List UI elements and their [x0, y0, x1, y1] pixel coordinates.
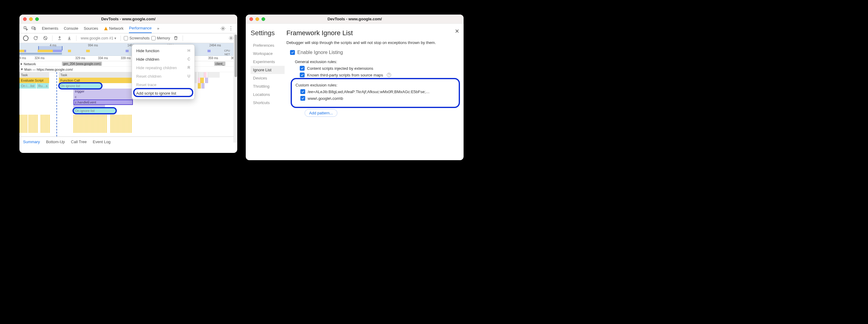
- custom-rules-card: Custom exclusion rules: /ee=ALeJib:B8gLw…: [292, 80, 458, 106]
- svg-rect-1: [32, 27, 34, 29]
- sidebar-item-devices[interactable]: Devices: [251, 74, 285, 82]
- tick-label: 2494 ms: [209, 44, 221, 47]
- tab-event-log[interactable]: Event Log: [93, 139, 111, 144]
- rule-content-scripts[interactable]: Content scripts injected by extensions: [300, 66, 458, 71]
- reload-icon[interactable]: [32, 34, 39, 42]
- network-track[interactable]: Network: [20, 61, 237, 67]
- custom-rule-1[interactable]: /ee=ALeJib:B8gLwd;AfeaP:TkrAjf;Afksuc:wM…: [300, 89, 453, 94]
- rule-third-party[interactable]: Known third-party scripts from source ma…: [300, 72, 458, 77]
- gc-icon[interactable]: [172, 34, 180, 42]
- tab-network-label: Network: [109, 26, 124, 31]
- menu-shortcut: R: [187, 66, 190, 70]
- screenshots-checkbox[interactable]: Screenshots: [124, 36, 150, 40]
- menu-shortcut: C: [187, 57, 190, 61]
- menu-label: Hide repeating children: [136, 66, 177, 70]
- chevron-down-icon: ▾: [114, 36, 116, 40]
- menu-label: Reset trace: [136, 83, 156, 87]
- settings-sidebar: Settings Preferences Workspace Experimen…: [246, 24, 285, 160]
- gear-icon[interactable]: [219, 25, 227, 32]
- titlebar[interactable]: DevTools - www.google.com/: [20, 14, 237, 24]
- main-track[interactable]: Main — https://www.google.com/: [20, 67, 237, 72]
- rule-label: Known third-party scripts from source ma…: [307, 73, 383, 77]
- enable-ignore-label: Enable Ignore Listing: [297, 50, 343, 55]
- menu-label: Hide children: [136, 57, 159, 62]
- more-tabs-icon[interactable]: »: [157, 24, 159, 33]
- inspect-icon[interactable]: [22, 25, 30, 32]
- tab-network[interactable]: Network: [104, 24, 124, 33]
- custom-rules-heading: Custom exclusion rules:: [296, 83, 453, 87]
- sidebar-item-workspace[interactable]: Workspace: [251, 50, 285, 58]
- record-button[interactable]: [22, 34, 30, 42]
- tab-bottom-up[interactable]: Bottom-Up: [46, 139, 65, 144]
- menu-shortcut: U: [187, 74, 190, 78]
- tab-summary[interactable]: Summary: [23, 139, 40, 144]
- kebab-icon[interactable]: ⋮: [227, 25, 235, 32]
- titlebar[interactable]: DevTools - www.google.com/: [246, 14, 464, 24]
- tab-performance[interactable]: Performance: [129, 24, 151, 33]
- tab-elements[interactable]: Elements: [42, 24, 58, 33]
- memory-label: Memory: [157, 36, 170, 40]
- flame-ignore[interactable]: On ignore list: [73, 108, 116, 114]
- menu-hide-function[interactable]: Hide function H: [132, 46, 194, 55]
- flame-handle-event[interactable]: z.handleEvent: [73, 99, 133, 105]
- sidebar-item-preferences[interactable]: Preferences: [251, 41, 285, 50]
- sidebar-item-ignore-list[interactable]: Ignore List: [251, 66, 285, 74]
- sidebar-item-shortcuts[interactable]: Shortcuts: [251, 99, 285, 107]
- menu-label: Hide function: [136, 48, 159, 53]
- page-description: Debugger will skip through the scripts a…: [286, 40, 458, 45]
- tick-label: 9 ms: [20, 57, 26, 60]
- tab-sources[interactable]: Sources: [84, 24, 98, 33]
- rule-label: www\.google\.com\b: [308, 96, 343, 101]
- profile-select[interactable]: www.google.com #1 ▾: [80, 36, 117, 40]
- close-icon[interactable]: ✕: [455, 28, 459, 35]
- menu-reset-trace: Reset trace: [132, 80, 194, 89]
- flame-evaluate-script[interactable]: Evaluate Script: [20, 78, 49, 83]
- help-icon[interactable]: ?: [387, 73, 391, 77]
- memory-checkbox[interactable]: Memory: [151, 36, 170, 40]
- enable-ignore-checkbox[interactable]: Enable Ignore Listing: [290, 50, 458, 55]
- timeline-overview[interactable]: 4 ms 994 ms 1494 ms 1994 ms 2494 ms CPU …: [20, 43, 237, 56]
- flame-chart[interactable]: Task Task Evaluate Script Function Call …: [20, 72, 237, 136]
- performance-toolbar: www.google.com #1 ▾ Screenshots Memory: [20, 33, 237, 43]
- svg-point-3: [222, 28, 224, 29]
- clear-icon[interactable]: [41, 34, 49, 42]
- rule-label: Content scripts injected by extensions: [307, 66, 373, 71]
- flame-task[interactable]: Task: [20, 72, 49, 78]
- flame-ignore[interactable]: On ignore list: [59, 83, 101, 89]
- tab-console[interactable]: Console: [64, 24, 78, 33]
- menu-add-ignore[interactable]: Add script to ignore list: [132, 89, 194, 97]
- menu-shortcut: H: [187, 48, 190, 53]
- settings-title: Settings: [251, 29, 285, 37]
- sidebar-item-experiments[interactable]: Experiments: [251, 58, 285, 66]
- flame-c[interactable]: c: [73, 94, 133, 99]
- tab-call-tree[interactable]: Call Tree: [71, 139, 87, 144]
- timeline-ruler[interactable]: 9 ms 324 ms 329 ms 334 ms 339 ms 359 ms …: [20, 56, 237, 61]
- main-label: Main — https://www.google.com/: [24, 68, 73, 71]
- flame-function-call[interactable]: Function Call: [59, 78, 133, 83]
- tick-label: 334 ms: [98, 57, 108, 60]
- network-label: Network: [24, 62, 36, 66]
- details-tabs: Summary Bottom-Up Call Tree Event Log: [20, 136, 237, 147]
- flame-task[interactable]: Task: [59, 72, 133, 78]
- window-title: DevTools - www.google.com/: [246, 17, 464, 21]
- tick-label: 994 ms: [88, 44, 98, 47]
- devtools-performance-window: DevTools - www.google.com/ Elements Cons…: [20, 14, 237, 153]
- upload-icon[interactable]: [56, 34, 63, 42]
- network-request[interactable]: gen_204 (www.google.com): [62, 62, 102, 66]
- network-request[interactable]: client_: [214, 62, 225, 66]
- device-icon[interactable]: [30, 25, 38, 32]
- menu-hide-children[interactable]: Hide children C: [132, 55, 194, 63]
- custom-rule-2[interactable]: www\.google\.com\b: [300, 96, 453, 101]
- download-icon[interactable]: [65, 34, 73, 42]
- flame-ignore[interactable]: On i…list: [20, 83, 36, 89]
- flame-trigger[interactable]: trigger: [73, 89, 133, 94]
- screenshots-label: Screenshots: [129, 36, 150, 40]
- page-title: Framework Ignore List: [286, 29, 458, 37]
- scrollbar[interactable]: [234, 34, 237, 142]
- sidebar-item-throttling[interactable]: Throttling: [251, 82, 285, 90]
- rule-label: /ee=ALeJib:B8gLwd;AfeaP:TkrAjf;Afksuc:wM…: [308, 90, 430, 94]
- flame-ignore[interactable]: Ru…s: [37, 83, 49, 89]
- add-pattern-button[interactable]: Add pattern...: [305, 109, 337, 117]
- sidebar-item-locations[interactable]: Locations: [251, 90, 285, 99]
- flame-context-menu: Hide function H Hide children C Hide rep…: [132, 44, 195, 99]
